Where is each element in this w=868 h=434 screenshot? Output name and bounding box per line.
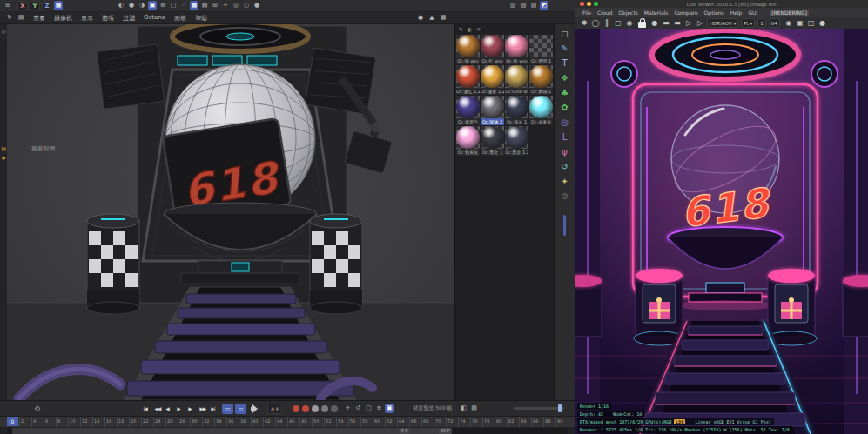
window-icon[interactable]: ⊞ xyxy=(3,1,12,10)
viewport-menu-item[interactable]: 显示 xyxy=(81,14,93,23)
layout-button[interactable]: ◩ xyxy=(540,1,548,10)
octane-view-icon[interactable]: ▣ xyxy=(796,19,804,27)
preview-range-track[interactable]: 0 F 90 F xyxy=(7,428,568,434)
octane-view-icon[interactable]: ● xyxy=(818,19,827,27)
frame-ruler[interactable]: 0246810121416182022242628303234363840424… xyxy=(0,416,575,427)
material-swatch[interactable]: Oc:铜 wsy xyxy=(456,35,480,64)
layout-button[interactable]: ▥ xyxy=(508,1,517,10)
viewport-toggle-icon[interactable]: ◑ xyxy=(138,1,146,10)
timeline-extra-icon[interactable]: ◧ xyxy=(460,404,468,413)
axis-lock-button[interactable]: Z xyxy=(42,1,52,10)
gpu-field[interactable]: 1 xyxy=(757,18,766,28)
viewport-toggle-icon[interactable]: ⊕ xyxy=(158,1,167,10)
material-swatch[interactable]: Oc:紫罗兰 xyxy=(456,96,480,125)
command-tool-icon[interactable]: ✎ xyxy=(561,43,568,54)
viewport-menu-right-icon[interactable]: ● xyxy=(416,13,425,23)
coord-system-button[interactable]: ▦ xyxy=(54,1,63,10)
playback-button[interactable]: |◀ xyxy=(143,405,152,411)
octane-menu-item[interactable]: File xyxy=(582,10,591,16)
keying-toggle[interactable]: ≡ xyxy=(374,404,383,413)
octane-menu-item[interactable]: Objects xyxy=(618,10,638,16)
playback-button[interactable]: ▶▶ xyxy=(199,405,209,411)
window-control-dot[interactable] xyxy=(594,2,598,6)
playback-button[interactable]: ▶ xyxy=(188,405,198,411)
viewport-toggle-icon[interactable]: ◐ xyxy=(117,1,125,10)
add-icon[interactable]: ✚ xyxy=(1,155,5,161)
preview-range-bar[interactable] xyxy=(12,428,438,434)
material-swatch[interactable]: Oc:深蓝 1 xyxy=(505,96,528,125)
range-start-label[interactable]: 0 F xyxy=(400,428,410,434)
layer-icon[interactable]: ▤ xyxy=(1,145,6,151)
keying-toggle[interactable]: + xyxy=(343,404,352,413)
playback-button[interactable]: ◀ xyxy=(165,405,175,411)
layout-button[interactable]: ▧ xyxy=(519,1,528,10)
record-toggle[interactable] xyxy=(312,405,319,412)
command-tool-icon[interactable]: ψ xyxy=(562,147,568,157)
material-swatch[interactable]: Oc:粉 wsy xyxy=(505,35,528,64)
viewport-toggle-icon[interactable]: ⊞ xyxy=(211,1,219,10)
command-tool-icon[interactable]: L xyxy=(562,132,568,143)
current-frame-marker[interactable]: 0 xyxy=(7,417,18,426)
keying-toggle[interactable]: ▢ xyxy=(364,404,373,413)
command-tool-icon[interactable]: ♣ xyxy=(561,88,569,98)
record-toggle[interactable] xyxy=(321,405,328,412)
octane-title-bar[interactable]: Live Viewer 2020.1.5 [R5] (image len) xyxy=(575,0,868,8)
octane-menu-item[interactable]: Compare xyxy=(674,10,697,16)
playback-button[interactable]: ◀◀ xyxy=(154,405,164,411)
viewport-toggle-icon[interactable]: ● xyxy=(252,1,261,10)
octane-menu-item[interactable]: Help xyxy=(730,10,743,16)
render-view[interactable]: 618 618 xyxy=(575,29,868,434)
sound-toggle-icon[interactable] xyxy=(251,404,260,413)
command-tool-icon[interactable]: ↺ xyxy=(561,162,568,172)
range-end-label[interactable]: 90 F xyxy=(439,428,452,434)
kernel-dropdown[interactable]: HDR/AOV ▾ xyxy=(707,18,738,28)
slider-handle[interactable] xyxy=(558,404,562,412)
lut-dropdown[interactable]: Pt ▾ xyxy=(741,18,755,28)
viewport-toggle-icon[interactable]: + xyxy=(221,1,230,10)
command-tool-icon[interactable]: ◻ xyxy=(561,29,568,39)
octane-tool-icon[interactable]: ▬ xyxy=(673,19,682,27)
material-swatch[interactable]: Oc:蓝发光 xyxy=(529,96,553,125)
viewport-menu-item[interactable]: 面板 xyxy=(174,14,186,23)
viewport-menu-icon[interactable]: ↻ xyxy=(5,13,14,23)
keying-toggle[interactable]: ▣ xyxy=(385,404,394,413)
material-swatch[interactable]: Oc:漆黄 1.2 xyxy=(481,65,504,95)
loop-toggle-button[interactable]: ▭ xyxy=(235,404,246,414)
viewport-toggle-icon[interactable]: ▦ xyxy=(190,1,198,10)
octane-tool-icon[interactable]: ● xyxy=(650,19,659,27)
record-toggle[interactable] xyxy=(293,405,299,412)
command-tool-icon[interactable]: ❖ xyxy=(561,73,569,83)
octane-tool-icon[interactable]: ▬ xyxy=(662,19,670,27)
window-control-dot[interactable] xyxy=(587,2,591,6)
viewport-canvas[interactable]: 视窗独显 xyxy=(7,24,454,400)
record-toggle[interactable] xyxy=(331,405,338,412)
octane-menu-item[interactable]: Options xyxy=(704,10,724,16)
material-swatch[interactable]: Oc:粉发光 xyxy=(456,126,480,156)
viewport-menu-icon[interactable]: ▤ xyxy=(17,13,25,23)
octane-tool-icon[interactable]: ◯ xyxy=(591,19,600,27)
viewport-menu-right-icon[interactable]: ▲ xyxy=(427,13,436,23)
viewport-toggle-icon[interactable]: ▣ xyxy=(148,1,157,10)
toolbar-scrollbar[interactable] xyxy=(563,215,566,236)
viewport-toggle-icon[interactable]: ● xyxy=(127,1,136,10)
material-palette-header-icon[interactable]: ✎ xyxy=(459,26,463,32)
octane-menu-item[interactable]: GUI xyxy=(748,10,757,16)
viewport-menu-item[interactable]: 查看 xyxy=(33,14,45,23)
material-swatch[interactable]: Oc:黑金 1.2 xyxy=(505,126,528,156)
viewport-menu-item[interactable]: Octane xyxy=(144,14,165,23)
material-palette-header-icon[interactable]: ◐ xyxy=(468,26,472,32)
timeline-extra-icon[interactable]: ▤ xyxy=(470,404,479,413)
command-tool-icon[interactable]: ✿ xyxy=(561,103,568,113)
current-frame-field[interactable]: 0 F xyxy=(267,404,282,414)
octane-tool-icon[interactable]: ▷ xyxy=(684,19,693,27)
lock-resolution-icon[interactable] xyxy=(638,22,646,28)
octane-tool-icon[interactable]: ▢ xyxy=(614,19,622,27)
command-tool-icon[interactable]: ◎ xyxy=(561,117,569,128)
octane-menu-item[interactable]: Cloud xyxy=(597,10,612,16)
viewport-toggle-icon[interactable]: ◎ xyxy=(232,1,240,10)
material-swatch[interactable]: Oc:红 wsy xyxy=(481,35,504,64)
viewport-toggle-icon[interactable]: ○ xyxy=(242,1,251,10)
axis-lock-button[interactable]: Y xyxy=(30,1,40,10)
keying-toggle[interactable]: ↺ xyxy=(353,404,362,413)
material-swatch[interactable]: Oc:玻璃 2 xyxy=(481,96,504,125)
